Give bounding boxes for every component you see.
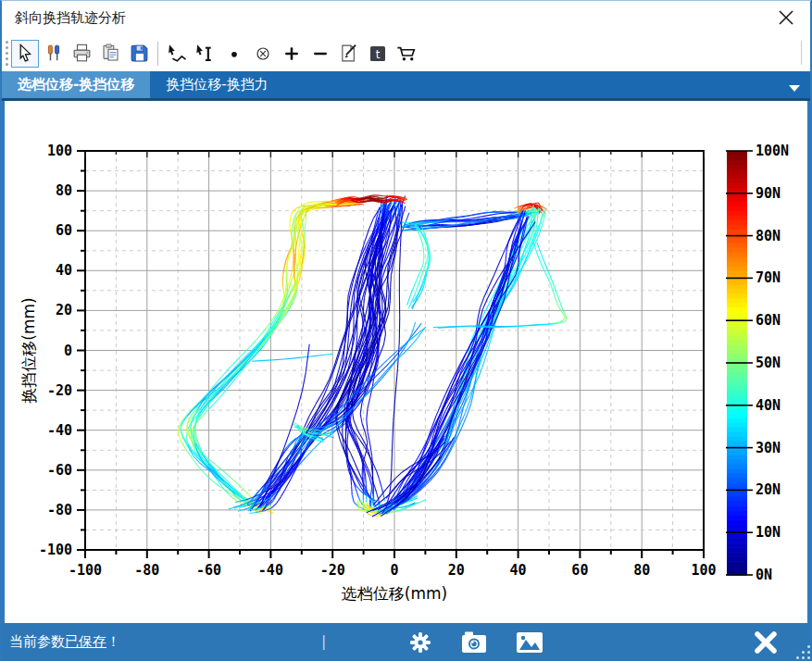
delete-point-button[interactable] [249, 40, 277, 68]
clipboard-icon [99, 42, 122, 65]
svg-text:-100: -100 [69, 562, 102, 579]
circle-x-icon [252, 43, 274, 65]
toolbar-right-separator [801, 41, 802, 65]
svg-text:-80: -80 [47, 502, 72, 518]
save-icon [128, 42, 151, 65]
close-icon [778, 9, 794, 26]
svg-text:90N: 90N [756, 185, 781, 202]
status-message: 当前参数已保存！ [9, 633, 120, 651]
svg-text:t: t [375, 47, 380, 60]
node-select-icon [165, 42, 188, 65]
copy-paste-button[interactable] [97, 40, 125, 68]
camera-icon [459, 630, 489, 655]
image-icon [515, 630, 544, 655]
tools-button[interactable] [40, 40, 68, 68]
trajectory-chart[interactable]: -100-80-60-40-20020406080100-100-80-60-4… [5, 101, 807, 623]
zoom-in-button[interactable] [278, 40, 306, 68]
svg-text:-40: -40 [258, 562, 283, 579]
text-select-icon [194, 42, 217, 65]
edit-page-icon [337, 42, 360, 65]
svg-text:20: 20 [448, 562, 465, 579]
cursor-icon [14, 43, 36, 65]
gear-icon [407, 630, 433, 655]
svg-text:0: 0 [64, 343, 72, 359]
chart-area: -100-80-60-40-20020406080100-100-80-60-4… [2, 101, 810, 623]
resize-grip[interactable] [793, 642, 810, 659]
svg-text:换挡位移(mm): 换挡位移(mm) [19, 297, 38, 403]
svg-text:-20: -20 [320, 562, 345, 579]
screenshot-button[interactable] [458, 628, 490, 657]
svg-text:60: 60 [56, 222, 72, 239]
svg-text:0N: 0N [756, 567, 772, 583]
edit-page-button[interactable] [335, 40, 363, 68]
print-button[interactable] [69, 40, 96, 68]
svg-text:-40: -40 [47, 422, 72, 439]
tab-overflow-dropdown[interactable] [788, 80, 801, 91]
printer-icon [70, 42, 94, 65]
svg-text:10N: 10N [756, 524, 781, 541]
text-tool-button[interactable]: t [364, 40, 392, 68]
point-icon [223, 43, 245, 65]
svg-text:100: 100 [47, 143, 72, 159]
svg-text:-60: -60 [196, 562, 221, 579]
svg-text:-60: -60 [47, 462, 72, 479]
chevron-down-icon [788, 82, 801, 94]
text-select-button[interactable] [192, 40, 219, 68]
svg-text:40: 40 [56, 262, 72, 279]
svg-text:选档位移(mm): 选档位移(mm) [342, 584, 447, 603]
svg-text:-100: -100 [39, 542, 72, 558]
plus-icon [281, 43, 303, 65]
tab-bar: 选档位移-换挡位移 换挡位移-换挡力 [2, 71, 810, 101]
app-window: 斜向换挡轨迹分析 [0, 0, 812, 661]
window-title: 斜向换挡轨迹分析 [15, 9, 126, 27]
svg-text:20N: 20N [756, 481, 781, 498]
save-button[interactable] [126, 40, 154, 68]
title-bar: 斜向换挡轨迹分析 [2, 1, 810, 35]
saved-label: 已保存 [65, 633, 106, 650]
tools-icon [43, 43, 65, 65]
status-close-button[interactable] [750, 628, 781, 657]
settings-button[interactable] [405, 628, 436, 657]
status-bar: 当前参数已保存！ | [2, 623, 812, 661]
status-separator: | [321, 632, 326, 650]
zoom-out-button[interactable] [306, 40, 334, 68]
toolbar-separator [157, 42, 158, 66]
export-image-button[interactable] [514, 628, 545, 657]
tab-shift-displacement-vs-force[interactable]: 换挡位移-换挡力 [150, 71, 283, 98]
svg-text:60N: 60N [756, 312, 781, 329]
svg-text:60: 60 [571, 562, 588, 579]
window-close-button[interactable] [773, 5, 799, 31]
svg-text:100N: 100N [756, 143, 789, 159]
close-bold-icon [754, 630, 778, 655]
svg-text:80N: 80N [756, 228, 781, 244]
node-select-button[interactable] [163, 40, 191, 68]
text-tool-icon: t [367, 43, 389, 65]
cart-icon [394, 42, 418, 65]
svg-text:0: 0 [390, 562, 398, 579]
cursor-tool-button[interactable] [11, 40, 39, 68]
svg-text:20: 20 [56, 302, 72, 318]
cart-button[interactable] [393, 40, 420, 68]
toolbar: t [2, 35, 810, 71]
svg-text:30N: 30N [756, 440, 781, 456]
toolbar-drag-handle[interactable] [5, 40, 10, 68]
svg-text:70N: 70N [756, 269, 781, 286]
svg-text:-80: -80 [134, 562, 159, 579]
minus-icon [309, 43, 331, 65]
svg-text:100: 100 [691, 562, 716, 579]
svg-text:50N: 50N [756, 355, 781, 371]
svg-text:-20: -20 [47, 382, 72, 399]
svg-text:80: 80 [633, 562, 650, 579]
svg-text:40: 40 [510, 562, 527, 579]
tab-select-vs-shift-displacement[interactable]: 选档位移-换挡位移 [2, 71, 150, 98]
svg-text:40N: 40N [756, 397, 781, 414]
add-point-button[interactable] [220, 40, 248, 68]
svg-text:80: 80 [56, 182, 72, 199]
